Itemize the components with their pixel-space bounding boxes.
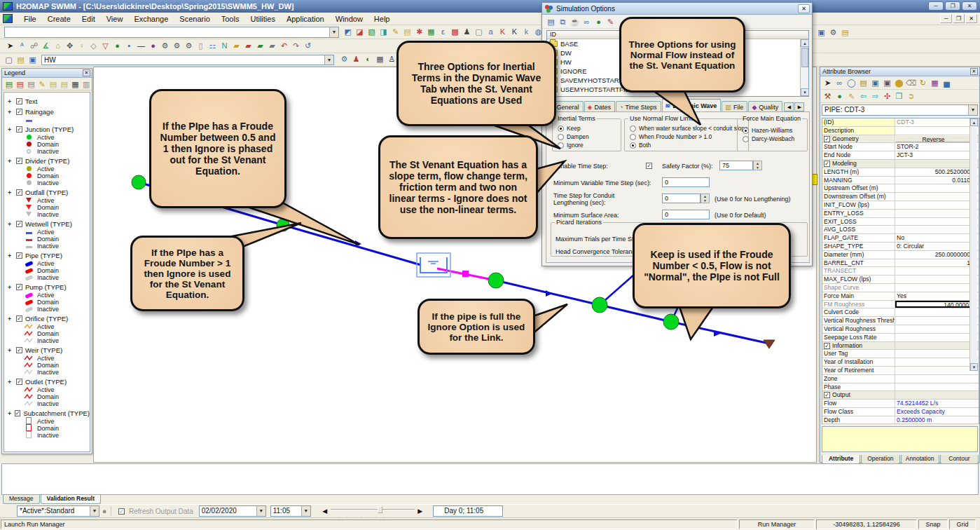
selection-combo[interactable]: ▼ (4, 27, 339, 38)
grid-toggle[interactable]: Grid (949, 519, 976, 529)
tree-scrollbar[interactable]: ▲ ▼ (800, 39, 808, 96)
chevron-down-icon[interactable]: ▼ (256, 506, 265, 516)
tab-time-steps[interactable]: ◔Time Steps (616, 101, 661, 111)
toolbar-icon[interactable]: ● (111, 40, 123, 51)
chevron-down-icon[interactable]: ▼ (324, 55, 333, 64)
scroll-up-icon[interactable]: ▲ (970, 118, 978, 126)
mdi-minimize-button[interactable]: ─ (940, 14, 952, 23)
legend-item[interactable]: Active (4, 386, 90, 393)
toolbar-icon[interactable]: ♀ (76, 40, 88, 51)
dialog-toolbar-icon[interactable]: ● (593, 16, 605, 27)
attribute-toolbar-icon[interactable]: ❒ (893, 90, 905, 102)
expand-icon[interactable]: + (8, 410, 13, 417)
close-icon[interactable]: ✕ (798, 4, 810, 13)
toolbar-icon[interactable]: ◪ (354, 26, 366, 37)
legend-group-raingage[interactable]: +✓Raingage (4, 107, 90, 116)
toolbar-icon[interactable]: ⚙ (171, 40, 183, 51)
toolbar-icon[interactable]: ▩ (449, 26, 461, 37)
attribute-toolbar-icon[interactable]: ▦ (929, 77, 941, 88)
tab-file[interactable]: ▥File (722, 101, 747, 111)
toolbar-icon[interactable]: ▰ (254, 40, 266, 51)
legend-toolbar-icon[interactable]: ▤ (26, 79, 37, 90)
restore-button[interactable]: ❐ (945, 1, 960, 11)
legend-checkbox[interactable]: ✓ (16, 126, 22, 132)
expand-icon[interactable]: + (8, 158, 14, 165)
open-folder-icon[interactable]: ▤ (15, 54, 27, 65)
minimize-button[interactable]: ─ (928, 1, 944, 11)
message-tab-message[interactable]: Message (3, 495, 40, 504)
legend-toolbar-icon[interactable]: ▤ (48, 79, 59, 90)
scroll-down-icon[interactable]: ▼ (970, 363, 978, 371)
toolbar-icon[interactable]: K (509, 26, 520, 37)
expand-icon[interactable]: + (8, 379, 14, 386)
legend-item[interactable]: Active (4, 260, 90, 267)
toolbar-icon[interactable]: ● (147, 40, 159, 51)
legend-item[interactable]: Active (4, 229, 90, 236)
legend-toolbar-icon[interactable]: ✎ (36, 79, 48, 90)
grid-scrollbar[interactable]: ▲ ▼ (969, 118, 977, 371)
dialog-toolbar-icon[interactable]: ✎ (605, 16, 616, 27)
legend-toolbar-icon[interactable]: ▥ (81, 79, 92, 90)
legend-item[interactable]: Domain (4, 425, 90, 432)
menu-item-view[interactable]: View (101, 13, 129, 25)
toolbar-icon[interactable]: ✱ (413, 26, 425, 37)
legend-checkbox[interactable]: ✓ (16, 158, 22, 164)
message-tab-validation-result[interactable]: Validation Result (41, 495, 102, 504)
radio-icon[interactable] (630, 134, 636, 140)
legend-checkbox[interactable]: ✓ (15, 410, 21, 416)
scenario-combo[interactable]: *Active*:Standard▼ (17, 505, 99, 517)
toolbar-icon[interactable]: ▪ (123, 40, 135, 51)
legend-item[interactable]: Domain (4, 172, 90, 179)
menu-item-create[interactable]: Create (42, 13, 76, 25)
safety-factor-spinner[interactable]: ▲▼ (753, 161, 762, 170)
attribute-value[interactable]: 140.0000 (895, 301, 972, 308)
attribute-toolbar-icon[interactable]: ↻ (917, 77, 929, 88)
toolbar-icon[interactable]: k (520, 26, 532, 37)
toolbar-icon[interactable]: ♟ (350, 53, 362, 64)
radio-icon[interactable] (630, 142, 636, 149)
legend-group-outfall[interactable]: +✓Outfall (TYPE) (4, 188, 90, 197)
legend-toolbar-icon[interactable]: ▤ (4, 79, 15, 90)
time-slider[interactable]: .......... (331, 506, 415, 516)
radio-icon[interactable] (558, 125, 564, 132)
attribute-toolbar-icon[interactable]: ● (834, 90, 846, 102)
legend-toolbar-icon[interactable]: ▦ (70, 79, 81, 90)
radio-option[interactable]: Dampen (553, 132, 621, 140)
legend-group-subcatchment[interactable]: +✓Subcatchment (TYPE) (4, 409, 90, 418)
radio-option[interactable]: When Froude Number > 1.0 (625, 132, 748, 140)
chevron-down-icon[interactable]: ▼ (968, 105, 977, 115)
outfall-node[interactable] (764, 340, 775, 348)
expand-icon[interactable]: + (8, 189, 14, 196)
legend-checkbox[interactable]: ✓ (16, 252, 22, 259)
toolbar-icon[interactable]: N (219, 40, 230, 51)
toolbar-icon[interactable]: ✥ (64, 40, 76, 51)
radio-icon[interactable] (630, 125, 636, 132)
legend-item[interactable]: Active (4, 323, 90, 330)
mdi-close-button[interactable]: ✕ (965, 14, 977, 23)
menu-item-tools[interactable]: Tools (216, 13, 245, 25)
radio-option[interactable]: Darcy-Weisbach (738, 134, 807, 142)
legend-item[interactable]: Inactive (4, 306, 90, 313)
menu-item-file[interactable]: File (18, 13, 42, 25)
record-icon[interactable]: ● (99, 505, 109, 517)
expand-icon[interactable]: + (8, 252, 14, 259)
close-button[interactable]: ✕ (962, 1, 977, 11)
junction-node[interactable] (488, 273, 504, 288)
toolbar-icon[interactable]: ∡ (40, 40, 52, 51)
toolbar-icon[interactable]: a (485, 26, 497, 37)
scroll-down-icon[interactable]: ▼ (801, 88, 809, 96)
mdi-restore-button[interactable]: ❐ (953, 14, 965, 23)
section-checkbox[interactable]: ✓ (824, 343, 830, 349)
dialog-title-bar[interactable]: Simulation Options ✕ (542, 3, 812, 15)
legend-item[interactable]: Domain (4, 393, 90, 400)
toolbar-icon[interactable]: ▯ (195, 40, 207, 51)
toolbar-icon[interactable]: ▤ (401, 26, 413, 37)
radio-icon[interactable] (743, 136, 749, 142)
scroll-up-icon[interactable]: ▲ (801, 39, 809, 47)
legend-toolbar-icon[interactable]: ▤ (59, 79, 70, 90)
expand-icon[interactable]: + (8, 284, 14, 291)
new-file-icon[interactable]: ▢ (3, 54, 15, 65)
chevron-down-icon[interactable]: ▼ (301, 506, 310, 516)
slider-handle[interactable] (378, 506, 382, 513)
attribute-toolbar-icon[interactable]: ➤ (822, 77, 834, 88)
